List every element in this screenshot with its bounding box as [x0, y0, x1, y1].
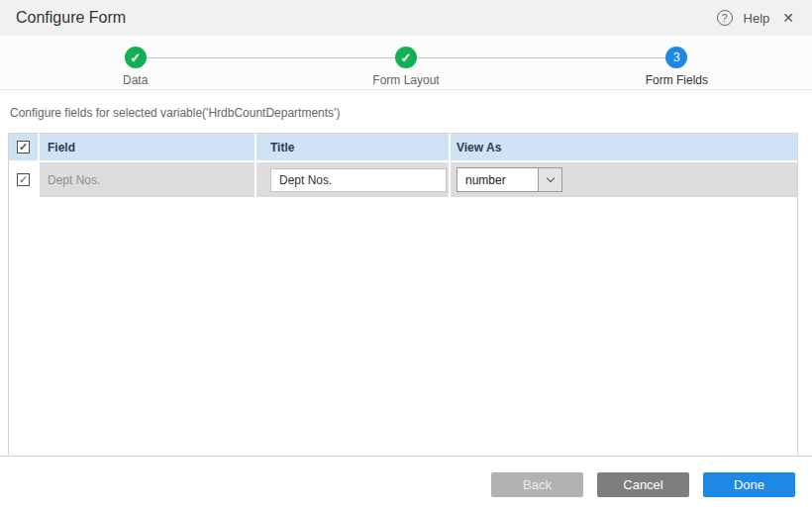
back-button[interactable]: Back — [491, 472, 583, 497]
view-as-select[interactable]: number — [457, 167, 562, 192]
step-label: Form Fields — [646, 73, 708, 87]
row-checkbox-cell: ✓ — [9, 162, 38, 197]
checkmark-icon: ✓ — [19, 174, 28, 185]
help-icon[interactable]: ? — [717, 10, 733, 26]
check-icon: ✓ — [130, 51, 141, 65]
row-checkbox[interactable]: ✓ — [17, 173, 30, 186]
column-header-title: Title — [256, 134, 449, 160]
check-icon: ✓ — [401, 51, 412, 65]
dialog-footer: Back Cancel Done — [0, 456, 812, 513]
header-checkbox-cell: ✓ — [9, 134, 38, 160]
table-row: ✓ Dept Nos. number — [9, 162, 797, 197]
checkmark-icon: ✓ — [19, 142, 28, 153]
column-header-view-as: View As — [451, 134, 797, 160]
select-dropdown-button[interactable] — [538, 168, 561, 191]
title-input[interactable] — [270, 168, 447, 192]
step-form-fields[interactable]: 3 Form Fields — [542, 36, 812, 89]
field-name: Dept Nos. — [48, 173, 100, 187]
step-number-badge: 3 — [665, 47, 687, 68]
step-label: Data — [123, 73, 148, 87]
dialog-title: Configure Form — [16, 9, 126, 27]
step-label: Form Layout — [372, 73, 439, 87]
view-as-cell: number — [451, 162, 797, 197]
cancel-button[interactable]: Cancel — [597, 472, 689, 497]
step-data[interactable]: ✓ Data — [0, 36, 270, 89]
column-header-field: Field — [40, 134, 254, 160]
step-number: 3 — [673, 51, 680, 64]
step-form-layout[interactable]: ✓ Form Layout — [270, 36, 541, 89]
help-icon-glyph: ? — [721, 12, 727, 24]
table-header-row: ✓ Field Title View As — [9, 134, 797, 160]
done-button[interactable]: Done — [703, 472, 795, 497]
close-icon[interactable]: ✕ — [780, 10, 796, 26]
dialog-titlebar: Configure Form ? Help ✕ — [0, 0, 812, 36]
step-completed-check-icon: ✓ — [125, 47, 147, 68]
fields-table: ✓ Field Title View As ✓ Dept Nos. number — [8, 133, 798, 455]
step-completed-check-icon: ✓ — [395, 47, 417, 68]
help-link[interactable]: Help — [744, 11, 770, 26]
field-name-cell: Dept Nos. — [40, 162, 254, 197]
configure-fields-subtitle: Configure fields for selected variable('… — [0, 90, 812, 133]
chevron-down-icon — [546, 174, 554, 182]
title-cell — [256, 162, 449, 197]
view-as-selected-value: number — [457, 168, 538, 191]
wizard-stepper: ✓ Data ✓ Form Layout 3 Form Fields — [0, 36, 812, 90]
select-all-checkbox[interactable]: ✓ — [17, 141, 30, 154]
